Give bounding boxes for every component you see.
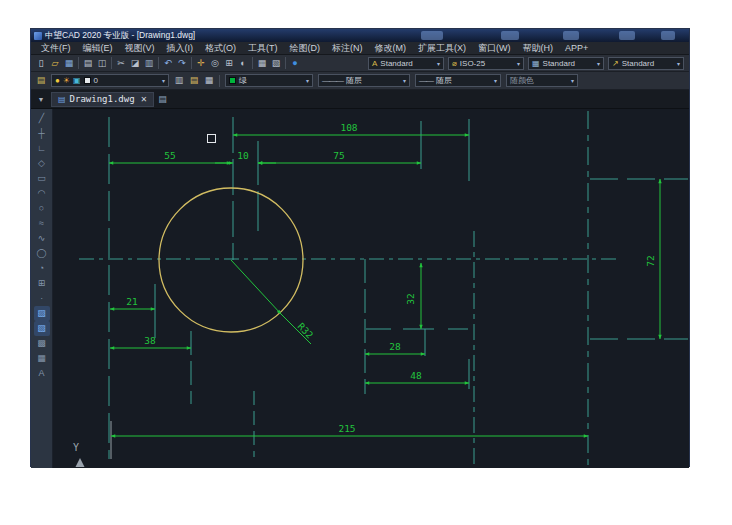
menu-item-9[interactable]: 扩展工具(X) <box>412 42 472 55</box>
lineweight-control-combo[interactable]: —— 随层 ▾ <box>415 74 501 87</box>
tool-ellipse-arc-icon[interactable]: ◔ <box>34 261 50 276</box>
tool-gradient-icon[interactable]: ▧ <box>34 321 50 336</box>
menu-item-5[interactable]: 工具(T) <box>242 42 284 55</box>
cursor-pickbox <box>208 135 216 143</box>
plot-style-caret-icon[interactable]: ▾ <box>567 77 574 84</box>
tool-rectangle-icon[interactable]: ▭ <box>34 171 50 186</box>
tool-table-icon[interactable]: ▦ <box>34 351 50 366</box>
lineweight-combo-caret-icon[interactable]: ▾ <box>490 77 497 84</box>
menu-item-10[interactable]: 窗口(W) <box>472 42 517 55</box>
tool-hatch-icon[interactable]: ▨ <box>34 306 50 321</box>
open-folder-icon[interactable]: ▱ <box>48 57 62 70</box>
titlebar-highlight <box>421 31 443 40</box>
layer-states-icon[interactable]: ▦ <box>202 74 216 87</box>
color-control-combo[interactable]: 绿 ▾ <box>225 74 313 87</box>
extension-lines <box>79 111 688 468</box>
dim-style-caret-icon[interactable]: ▾ <box>513 60 520 67</box>
properties-icon[interactable]: ▦ <box>255 57 269 70</box>
tool-ellipse-icon[interactable]: ◯ <box>34 246 50 261</box>
menu-item-2[interactable]: 视图(V) <box>119 42 161 55</box>
titlebar-highlight <box>501 31 519 40</box>
draw-tool-palette: ╱┼∟◇▭◠○≈∿◯◔⊞∙▨▧▩▦A <box>31 109 53 468</box>
tool-circle-icon[interactable]: ○ <box>34 201 50 216</box>
plot-icon[interactable]: ▤ <box>81 57 95 70</box>
zoom-window-icon[interactable]: ⊞ <box>222 57 236 70</box>
layer-combo[interactable]: ● ☀ ▣ 0 ▾ <box>51 74 169 87</box>
color-combo-caret-icon[interactable]: ▾ <box>302 77 309 84</box>
mleader-style-value: Standard <box>622 59 654 68</box>
table-style-combo[interactable]: ▦Standard▾ <box>528 57 604 70</box>
current-linetype: 随层 <box>346 75 362 86</box>
new-drawing-icon[interactable]: ▤ <box>158 94 167 104</box>
tool-point-icon[interactable]: ∙ <box>34 291 50 306</box>
drawing-canvas-svg[interactable]: 108 55 10 75 21 38 28 48 215 32 72 R32 <box>53 109 689 468</box>
layer-combo-caret-icon[interactable]: ▾ <box>158 77 165 84</box>
design-center-icon[interactable]: ▧ <box>269 57 283 70</box>
dim-text-r32: R32 <box>296 321 316 341</box>
linetype-combo-caret-icon[interactable]: ▾ <box>399 77 406 84</box>
make-object-layer-current-icon[interactable]: ▥ <box>172 74 186 87</box>
ucs-y-label: Y <box>73 442 79 453</box>
toolbar-separator <box>252 57 253 69</box>
layer-previous-icon[interactable]: ▤ <box>187 74 201 87</box>
menu-item-6[interactable]: 绘图(D) <box>284 42 327 55</box>
plot-style-combo[interactable]: 随颜色 ▾ <box>506 74 578 87</box>
dim-text-21: 21 <box>126 296 138 307</box>
render-sphere-icon[interactable]: ● <box>288 57 302 70</box>
print-preview-icon[interactable]: ◫ <box>95 57 109 70</box>
menu-item-1[interactable]: 编辑(E) <box>77 42 119 55</box>
mleader-style-combo[interactable]: ↗Standard▾ <box>608 57 684 70</box>
text-style-caret-icon[interactable]: ▾ <box>433 60 440 67</box>
toolbar-separator <box>111 57 112 69</box>
ucs-y-arrow-icon <box>76 458 85 467</box>
menu-item-7[interactable]: 标注(N) <box>326 42 369 55</box>
layer-on-bulb-icon[interactable]: ● <box>55 76 60 85</box>
drawing-area[interactable]: 108 55 10 75 21 38 28 48 215 32 72 R32 <box>53 109 689 468</box>
text-style-combo[interactable]: AStandard▾ <box>368 57 444 70</box>
tool-line-icon[interactable]: ╱ <box>34 111 50 126</box>
pan-icon[interactable]: ✛ <box>194 57 208 70</box>
cut-icon[interactable]: ✂ <box>114 57 128 70</box>
tool-insert-block-icon[interactable]: ⊞ <box>34 276 50 291</box>
copy-icon[interactable]: ◪ <box>128 57 142 70</box>
menu-item-0[interactable]: 文件(F) <box>35 42 77 55</box>
menu-item-3[interactable]: 插入(I) <box>161 42 200 55</box>
zoom-previous-icon[interactable]: ◐ <box>236 57 250 70</box>
layer-lock-icon[interactable]: ▣ <box>73 76 81 85</box>
undo-icon[interactable]: ↶ <box>161 57 175 70</box>
redo-icon[interactable]: ↷ <box>175 57 189 70</box>
zwcad-window: 中望CAD 2020 专业版 - [Drawing1.dwg] 文件(F)编辑(… <box>30 28 690 467</box>
layer-properties-manager-icon[interactable]: ▤ <box>34 74 48 87</box>
menu-item-11[interactable]: 帮助(H) <box>517 42 560 55</box>
tool-construction-line-icon[interactable]: ┼ <box>34 126 50 141</box>
tool-polyline-icon[interactable]: ∟ <box>34 141 50 156</box>
current-color-label: 绿 <box>239 75 247 86</box>
menu-item-4[interactable]: 格式(O) <box>199 42 242 55</box>
layer-freeze-sun-icon[interactable]: ☀ <box>63 76 70 85</box>
menu-item-8[interactable]: 修改(M) <box>369 42 413 55</box>
tab-drawing1[interactable]: ▤ Drawing1.dwg ✕ <box>51 92 154 107</box>
tab-close-icon[interactable]: ✕ <box>141 95 148 104</box>
zoom-realtime-icon[interactable]: ◎ <box>208 57 222 70</box>
tool-spline-icon[interactable]: ∿ <box>34 231 50 246</box>
dim-text-72: 72 <box>645 255 656 266</box>
tool-arc-icon[interactable]: ◠ <box>34 186 50 201</box>
paste-icon[interactable]: ▥ <box>142 57 156 70</box>
new-file-icon[interactable]: ▯ <box>34 57 48 70</box>
titlebar-highlight <box>563 31 579 40</box>
tool-revision-cloud-icon[interactable]: ≈ <box>34 216 50 231</box>
tool-polygon-icon[interactable]: ◇ <box>34 156 50 171</box>
dimension-lines <box>109 135 660 436</box>
tool-text-icon[interactable]: A <box>34 366 50 381</box>
table-style-caret-icon[interactable]: ▾ <box>593 60 600 67</box>
linetype-control-combo[interactable]: ——— 随层 ▾ <box>318 74 410 87</box>
linetype-sample-icon: ——— <box>322 76 343 85</box>
mleader-style-caret-icon[interactable]: ▾ <box>673 60 680 67</box>
dim-style-value: ISO-25 <box>460 59 485 68</box>
style-combos: AStandard▾⌀ISO-25▾▦Standard▾↗Standard▾ <box>366 57 686 70</box>
save-icon[interactable]: ▦ <box>62 57 76 70</box>
dim-style-combo[interactable]: ⌀ISO-25▾ <box>448 57 524 70</box>
tool-region-icon[interactable]: ▩ <box>34 336 50 351</box>
menu-item-12[interactable]: APP+ <box>559 43 594 53</box>
tab-list-dropdown-icon[interactable]: ▼ <box>35 96 47 103</box>
